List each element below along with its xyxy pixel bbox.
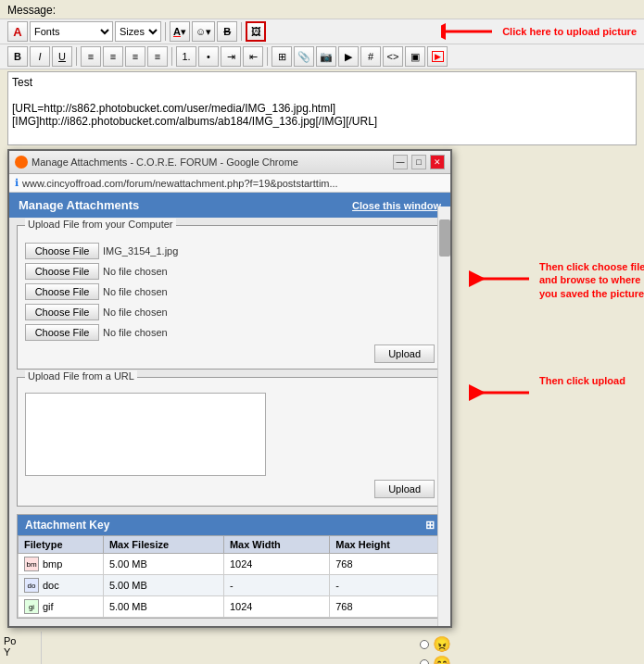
- url-upload-button[interactable]: Upload: [374, 480, 435, 498]
- media-button[interactable]: ▣: [405, 46, 425, 67]
- table-row: gi gif 5.00 MB 1024 768: [19, 596, 442, 618]
- url-textarea[interactable]: [25, 393, 266, 476]
- bold-icon: B: [14, 51, 21, 62]
- unordered-list-icon: •: [207, 51, 210, 62]
- smiley-button[interactable]: ☺▾: [192, 21, 215, 42]
- editor-area[interactable]: Test [URL=http://s862.photobucket.com/us…: [7, 71, 637, 145]
- justify-button[interactable]: ≡: [147, 46, 168, 67]
- font-color-icon: A: [173, 26, 181, 37]
- chrome-titlebar: Manage Attachments - C.O.R.E. FORUM - Go…: [9, 151, 450, 174]
- image-icon: 🖼: [251, 26, 261, 37]
- manage-title: Manage Attachments: [19, 198, 139, 212]
- ordered-list-button[interactable]: 1.: [176, 46, 196, 67]
- choose-file-btn-2[interactable]: Choose File: [25, 263, 99, 280]
- info-icon: ℹ: [15, 177, 19, 189]
- emoji-2: 😊: [433, 655, 451, 664]
- align-center-icon: ≡: [110, 51, 116, 62]
- outdent-button[interactable]: ⇤: [243, 46, 263, 67]
- file-row-5: Choose File No file chosen: [25, 324, 435, 341]
- left-text1: Po: [4, 635, 37, 646]
- emoji-row-2: 😊: [420, 655, 451, 664]
- choose-file-btn-3[interactable]: Choose File: [25, 283, 99, 300]
- chrome-close-button[interactable]: ✕: [430, 155, 445, 169]
- upload-button[interactable]: Upload: [374, 345, 435, 363]
- left-panel: Po Y: [0, 632, 42, 664]
- address-text: www.cincyoffroad.com/forum/newattachment…: [22, 178, 338, 189]
- width-gif: 1024: [223, 596, 329, 618]
- table-row: bm bmp 5.00 MB 1024 768: [19, 554, 442, 575]
- code-button[interactable]: <>: [383, 46, 403, 67]
- outdent-icon: ⇤: [249, 51, 258, 63]
- font-color-button[interactable]: A▾: [170, 21, 190, 42]
- filetype-gif: gi gif: [19, 596, 104, 618]
- align-right-icon: ≡: [133, 51, 138, 62]
- right-emoji-area: 😠 😊: [412, 632, 459, 664]
- choose-file-btn-5[interactable]: Choose File: [25, 324, 99, 341]
- upload-computer-legend: Upload File from your Computer: [25, 219, 176, 230]
- upload-annotation-block: Then click upload: [460, 374, 644, 407]
- size-gif: 5.00 MB: [103, 596, 223, 618]
- align-center-button[interactable]: ≡: [103, 46, 123, 67]
- special2-button[interactable]: 📎: [294, 46, 314, 67]
- file-name-1: IMG_3154_1.jpg: [103, 245, 178, 257]
- align-right-button[interactable]: ≡: [125, 46, 145, 67]
- media-icon: ▣: [410, 51, 420, 63]
- size-bmp: 5.00 MB: [103, 554, 223, 575]
- font-select[interactable]: Fonts: [30, 21, 113, 42]
- upload-computer-section: Upload File from your Computer Choose Fi…: [17, 225, 443, 370]
- align-left-button[interactable]: ≡: [81, 46, 101, 67]
- youtube-button[interactable]: ▶: [427, 46, 448, 67]
- photo-icon: 📷: [320, 51, 333, 63]
- col-filetype: Filetype: [19, 536, 104, 554]
- choose-file-btn-1[interactable]: Choose File: [25, 243, 99, 259]
- youtube-icon: ▶: [432, 51, 444, 62]
- attachment-key-header: Attachment Key ⊞: [18, 515, 442, 535]
- scroll-thumb[interactable]: [439, 219, 450, 257]
- underline-button[interactable]: U: [52, 46, 72, 67]
- chrome-minimize-button[interactable]: —: [393, 155, 408, 169]
- message-label: Message:: [0, 0, 644, 19]
- chrome-maximize-button[interactable]: □: [411, 155, 426, 169]
- emoji-1: 😠: [433, 635, 451, 653]
- unordered-list-button[interactable]: •: [198, 46, 219, 67]
- scrollbar[interactable]: [437, 207, 450, 626]
- hash-button[interactable]: #: [360, 46, 381, 67]
- radio-1[interactable]: [420, 640, 429, 649]
- choose-file-annotation-block: Then click choose file and browse to whe…: [460, 260, 644, 300]
- toolbar-separator3: [76, 47, 77, 66]
- insert-image-button[interactable]: 🖼: [246, 21, 266, 42]
- col-maxheight: Max Height: [330, 536, 442, 554]
- italic-button[interactable]: I: [30, 46, 50, 67]
- strike-button[interactable]: B: [217, 21, 237, 42]
- ordered-list-icon: 1.: [182, 51, 190, 62]
- radio-2[interactable]: [420, 659, 429, 665]
- special1-button[interactable]: ⊞: [271, 46, 292, 67]
- size-doc: 5.00 MB: [103, 575, 223, 596]
- upload-arrow-icon: [460, 379, 534, 407]
- bmp-icon: bm: [24, 557, 39, 571]
- chrome-title: Manage Attachments - C.O.R.E. FORUM - Go…: [15, 156, 298, 169]
- bold-button[interactable]: B: [7, 46, 28, 67]
- upload-annotation-text2: Then click upload: [539, 374, 625, 387]
- indent-button[interactable]: ⇥: [221, 46, 241, 67]
- fonts-button[interactable]: A: [7, 21, 28, 42]
- file-row-4: Choose File No file chosen: [25, 304, 435, 320]
- chrome-controls: — □ ✕: [393, 155, 445, 169]
- upload-url-section: Upload File from a URL Upload: [17, 377, 443, 507]
- choose-file-arrow-icon: [460, 265, 534, 293]
- video-button[interactable]: ▶: [338, 46, 359, 67]
- url-upload-btn-row: Upload: [25, 480, 435, 498]
- underline-icon: U: [58, 51, 66, 62]
- close-link[interactable]: Close this window: [352, 200, 441, 211]
- size-select[interactable]: Sizes: [115, 21, 161, 42]
- table-header-row: Filetype Max Filesize Max Width Max Heig…: [19, 536, 442, 554]
- choose-file-btn-4[interactable]: Choose File: [25, 304, 99, 320]
- chrome-title-text: Manage Attachments - C.O.R.E. FORUM - Go…: [32, 157, 298, 168]
- photo-button[interactable]: 📷: [316, 46, 336, 67]
- video-icon: ▶: [345, 51, 352, 63]
- chrome-favicon: [15, 156, 28, 169]
- doc-icon: do: [24, 578, 39, 593]
- toolbar-separator4: [171, 47, 172, 66]
- choose-file-annotation-text: Then click choose file and browse to whe…: [539, 260, 644, 300]
- code-icon: <>: [387, 51, 399, 62]
